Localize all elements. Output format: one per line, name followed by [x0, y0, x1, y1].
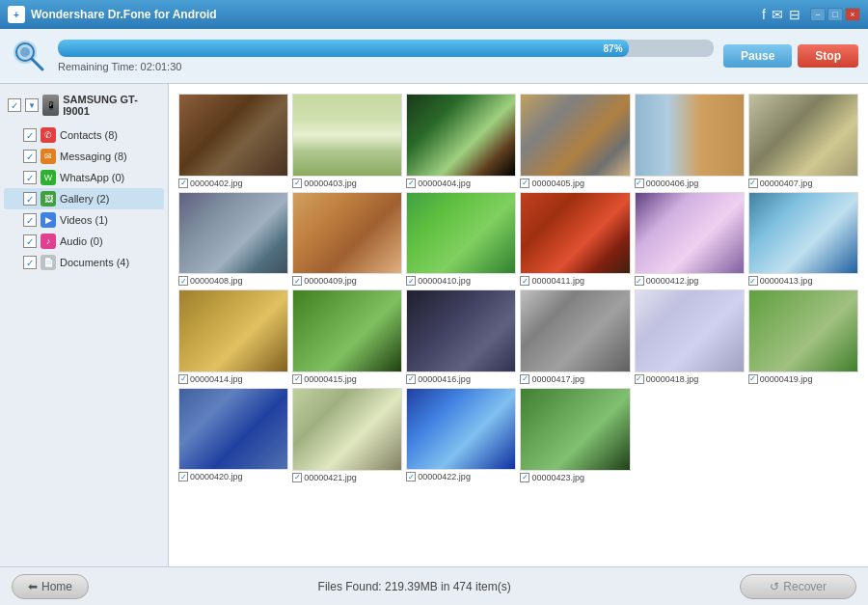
device-expand[interactable]: ▼	[25, 98, 39, 112]
photo-filename: 00000411.jpg	[531, 276, 584, 286]
photo-checkbox[interactable]: ✓	[520, 374, 529, 384]
photo-thumbnail[interactable]	[406, 94, 516, 177]
photo-item: ✓00000412.jpg	[635, 192, 745, 287]
photo-thumbnail[interactable]	[520, 289, 630, 372]
window-controls: − □ ×	[810, 8, 860, 21]
photo-checkbox[interactable]: ✓	[292, 473, 302, 482]
photo-thumbnail[interactable]	[406, 388, 516, 471]
photo-item: ✓00000405.jpg	[520, 94, 630, 188]
photo-thumbnail[interactable]	[520, 192, 630, 275]
minimize-button[interactable]: −	[810, 8, 826, 21]
device-checkbox[interactable]: ✓	[8, 98, 21, 112]
photo-checkbox[interactable]: ✓	[178, 179, 188, 188]
top-buttons: Pause Stop	[723, 44, 858, 68]
photo-thumbnail[interactable]	[292, 192, 402, 275]
photo-thumbnail[interactable]	[406, 289, 516, 372]
audio-checkbox[interactable]: ✓	[23, 234, 37, 248]
sidebar-item-contacts[interactable]: ✓ ✆ Contacts (8)	[4, 124, 164, 146]
photo-filename: 00000407.jpg	[760, 179, 813, 188]
photo-item: ✓00000403.jpg	[292, 94, 402, 188]
photo-checkbox[interactable]: ✓	[406, 179, 416, 188]
photo-checkbox[interactable]: ✓	[520, 179, 529, 188]
photo-thumbnail[interactable]	[635, 192, 745, 275]
photo-checkbox[interactable]: ✓	[635, 276, 644, 286]
photo-checkbox[interactable]: ✓	[748, 374, 758, 384]
photo-thumbnail[interactable]	[635, 289, 745, 372]
photo-checkbox[interactable]: ✓	[635, 179, 644, 188]
progress-percent: 87%	[604, 43, 623, 54]
photo-grid: ✓00000402.jpg✓00000403.jpg✓00000404.jpg✓…	[178, 94, 858, 482]
photo-thumbnail[interactable]	[748, 289, 858, 372]
videos-checkbox[interactable]: ✓	[23, 213, 37, 227]
photo-thumbnail[interactable]	[520, 388, 630, 471]
pause-button[interactable]: Pause	[723, 44, 792, 68]
photo-filename: 00000421.jpg	[304, 473, 357, 482]
recover-button[interactable]: ↺ Recover	[740, 574, 856, 599]
photo-item: ✓00000402.jpg	[178, 94, 288, 188]
photo-checkbox[interactable]: ✓	[178, 472, 188, 481]
sidebar-item-videos[interactable]: ✓ ▶ Videos (1)	[4, 209, 164, 231]
photo-checkbox[interactable]: ✓	[292, 179, 302, 188]
content-area: ✓ ▼ 📱 SAMSUNG GT-I9001 ✓ ✆ Contacts (8) …	[0, 84, 868, 566]
photo-checkbox[interactable]: ✓	[520, 473, 529, 482]
photo-checkbox[interactable]: ✓	[748, 179, 758, 188]
photo-checkbox[interactable]: ✓	[292, 374, 302, 384]
photo-checkbox[interactable]: ✓	[635, 374, 644, 384]
photo-filename: 00000422.jpg	[418, 472, 471, 481]
photo-thumbnail[interactable]	[520, 94, 630, 177]
maximize-button[interactable]: □	[827, 8, 843, 21]
photo-thumbnail[interactable]	[635, 94, 745, 177]
close-button[interactable]: ×	[845, 8, 860, 21]
stop-button[interactable]: Stop	[798, 44, 858, 68]
photo-thumbnail[interactable]	[406, 192, 516, 275]
recover-icon: ↺	[770, 580, 779, 593]
bottom-bar: ⬅ Home Files Found: 219.39MB in 474 item…	[0, 566, 868, 605]
photo-filename: 00000416.jpg	[418, 374, 471, 384]
sidebar-item-audio[interactable]: ✓ ♪ Audio (0)	[4, 231, 164, 252]
messaging-label: Messaging (8)	[60, 151, 127, 162]
photo-checkbox[interactable]: ✓	[178, 374, 188, 384]
email-icon[interactable]: ✉	[772, 7, 783, 22]
photo-thumbnail[interactable]	[748, 94, 858, 177]
share-icon[interactable]: ⊟	[789, 7, 800, 22]
whatsapp-checkbox[interactable]: ✓	[23, 171, 37, 184]
photo-thumbnail[interactable]	[292, 289, 402, 372]
photo-checkbox[interactable]: ✓	[748, 276, 758, 286]
sidebar-item-gallery[interactable]: ✓ 🖼 Gallery (2)	[4, 188, 164, 209]
photo-thumbnail[interactable]	[178, 94, 288, 177]
progress-area: 87% Remaining Time: 02:01:30	[58, 40, 714, 72]
photo-thumbnail[interactable]	[292, 388, 402, 471]
photo-checkbox[interactable]: ✓	[406, 276, 416, 286]
sidebar-item-messaging[interactable]: ✓ ✉ Messaging (8)	[4, 146, 164, 167]
sidebar-item-documents[interactable]: ✓ 📄 Documents (4)	[4, 252, 164, 273]
photo-filename: 00000408.jpg	[190, 276, 243, 286]
photo-thumbnail[interactable]	[748, 192, 858, 275]
photo-filename: 00000419.jpg	[760, 374, 813, 384]
photo-item: ✓00000417.jpg	[520, 289, 630, 384]
messaging-checkbox[interactable]: ✓	[23, 150, 37, 163]
home-icon: ⬅	[28, 580, 38, 593]
photo-checkbox[interactable]: ✓	[406, 472, 416, 481]
facebook-icon[interactable]: f	[762, 7, 766, 22]
sidebar-item-whatsapp[interactable]: ✓ W WhatsApp (0)	[4, 167, 164, 188]
svg-line-2	[32, 59, 42, 69]
photo-thumbnail[interactable]	[178, 289, 288, 372]
scan-icon	[10, 37, 48, 75]
photo-filename: 00000403.jpg	[304, 179, 357, 188]
audio-label: Audio (0)	[60, 235, 103, 247]
photo-checkbox[interactable]: ✓	[292, 276, 302, 286]
documents-checkbox[interactable]: ✓	[23, 256, 37, 269]
photo-item: ✓00000407.jpg	[748, 94, 858, 188]
photo-item: ✓00000404.jpg	[406, 94, 516, 188]
home-button[interactable]: ⬅ Home	[12, 574, 89, 599]
photo-checkbox[interactable]: ✓	[520, 276, 529, 286]
photo-thumbnail[interactable]	[178, 192, 288, 275]
photo-filename: 00000402.jpg	[190, 179, 243, 188]
photo-thumbnail[interactable]	[292, 94, 402, 177]
gallery-checkbox[interactable]: ✓	[23, 192, 37, 206]
photo-thumbnail[interactable]	[178, 388, 288, 471]
photo-checkbox[interactable]: ✓	[406, 374, 416, 384]
contacts-checkbox[interactable]: ✓	[23, 128, 37, 142]
photo-checkbox[interactable]: ✓	[178, 276, 188, 286]
photo-filename: 00000423.jpg	[531, 473, 584, 482]
